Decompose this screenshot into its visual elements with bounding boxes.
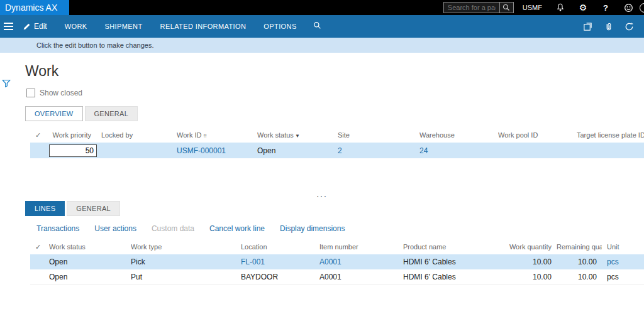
column-header-warehouse[interactable]: Warehouse [419,131,498,139]
column-header-target-license-plate-id[interactable]: Target license plate ID [577,131,644,139]
nav-right-icons [583,22,644,31]
tab-general-header[interactable]: GENERAL [85,106,138,121]
remaining-quantity-cell: 10.00 [557,257,602,266]
edit-label: Edit [34,22,47,31]
smiley-icon [624,3,633,13]
page-title: Work [25,63,644,80]
lines-tab-strip: LINES GENERAL [25,201,644,216]
column-header-site[interactable]: Site [338,131,419,139]
settings-button[interactable]: ⚙ [576,0,590,15]
work-priority-input[interactable] [49,144,97,157]
popout-icon [583,22,592,31]
work-quantity-cell: 10.00 [503,257,557,266]
funnel-icon [2,79,11,88]
attachments-button[interactable] [604,22,613,31]
checkbox-box[interactable] [26,89,35,97]
cut-off-icon [640,3,644,13]
column-header-product-name[interactable]: Product name [403,243,503,251]
cancel-work-line-button[interactable]: Cancel work line [209,224,265,233]
column-header-work-status[interactable]: Work status▼ [257,131,338,139]
tab-lines[interactable]: LINES [25,201,65,216]
table-row[interactable]: USMF-000001 Open 2 24 [30,143,644,158]
paperclip-icon [604,22,613,31]
table-row[interactable]: Open Pick FL-001 A0001 HDMI 6' Cables 10… [30,254,644,269]
location-link[interactable]: FL-001 [241,257,319,266]
column-header-work-id[interactable]: Work ID↑↑ [177,131,257,139]
feedback-button[interactable] [621,0,635,15]
search-input[interactable] [444,3,499,13]
column-header-remaining-quantity[interactable]: Remaining qua... [557,243,602,251]
work-status-cell: Open [49,273,131,281]
work-type-cell: Pick [131,257,241,266]
checkbox-label: Show closed [40,89,82,97]
work-type-cell: Put [131,273,241,281]
filter-pane-toggle[interactable] [2,79,11,90]
column-header-unit[interactable]: Unit [602,243,644,251]
column-header-work-priority[interactable]: Work priority [49,131,96,139]
sort-ascending-icon: ↑↑ [203,133,206,139]
work-status-cell: Open [257,146,338,155]
action-search-button[interactable] [306,21,329,32]
display-dimensions-button[interactable]: Display dimensions [280,224,345,233]
action-pane: Edit WORK SHIPMENT RELATED INFORMATION O… [0,15,644,38]
nav-tab-related-information[interactable]: RELATED INFORMATION [152,15,255,38]
column-header-work-quantity[interactable]: Work quantity [503,243,557,251]
unit-cell: pcs [602,273,644,281]
refresh-button[interactable] [625,22,634,31]
nav-tab-options[interactable]: OPTIONS [255,15,305,38]
column-header-work-pool-id[interactable]: Work pool ID [498,131,577,139]
select-all-check-icon[interactable]: ✓ [30,243,49,251]
search-icon [502,4,510,11]
overview-grid: ✓ Work priority Locked by Work ID↑↑ Work… [0,127,644,158]
work-id-link[interactable]: USMF-000001 [177,146,257,155]
nav-tab-work[interactable]: WORK [56,15,96,38]
warehouse-link[interactable]: 24 [419,146,498,155]
column-label: Work ID [177,131,202,139]
help-button[interactable]: ? [599,0,613,15]
location-cell: BAYDOOR [241,273,319,281]
lines-action-strip: Transactions User actions Custom data Ca… [36,224,644,233]
question-icon: ? [603,3,608,13]
pencil-icon [23,23,31,31]
column-header-item-number[interactable]: Item number [319,243,403,251]
column-header-locked-by[interactable]: Locked by [96,131,177,139]
pane-splitter-handle[interactable]: ... [0,191,644,197]
nav-tab-shipment[interactable]: SHIPMENT [96,15,152,38]
lines-grid-header: ✓ Work status Work type Location Item nu… [30,239,644,254]
show-closed-checkbox[interactable]: Show closed [26,89,644,97]
remaining-quantity-cell: 10.00 [557,273,602,281]
product-name-cell: HDMI 6' Cables [403,273,503,281]
item-number-cell: A0001 [319,273,403,281]
top-app-bar: Dynamics AX USMF ⚙ ? [0,0,644,15]
notification-bar: Click the edit button to make changes. [0,38,644,53]
refresh-icon [625,22,634,31]
filter-applied-icon: ▼ [295,133,300,139]
open-in-new-window-button[interactable] [583,22,592,31]
search-icon [313,21,321,30]
transactions-button[interactable]: Transactions [36,224,79,233]
column-header-work-type[interactable]: Work type [131,243,241,251]
work-status-cell: Open [49,257,131,266]
column-header-work-status[interactable]: Work status [49,243,131,251]
overview-tab-strip: OVERVIEW GENERAL [25,106,644,121]
unit-link[interactable]: pcs [602,257,644,266]
column-header-location[interactable]: Location [241,243,319,251]
select-all-check-icon[interactable]: ✓ [30,131,49,139]
app-brand[interactable]: Dynamics AX [0,0,69,15]
lines-grid: ✓ Work status Work type Location Item nu… [0,239,644,284]
page-content: Work Show closed OVERVIEW GENERAL ✓ Work… [0,63,644,314]
tab-general-lines[interactable]: GENERAL [67,201,120,216]
gear-icon: ⚙ [579,3,587,13]
company-selector[interactable]: USMF [523,4,542,11]
notifications-button[interactable] [553,0,567,15]
search-button[interactable] [499,3,513,13]
column-label: Work status [257,131,294,139]
tab-overview[interactable]: OVERVIEW [25,106,83,121]
edit-button[interactable]: Edit [19,22,56,31]
navigation-menu-button[interactable] [0,15,19,38]
custom-data-button: Custom data [152,224,194,233]
table-row[interactable]: Open Put BAYDOOR A0001 HDMI 6' Cables 10… [30,269,644,284]
site-link[interactable]: 2 [338,146,419,155]
user-actions-button[interactable]: User actions [94,224,136,233]
item-number-link[interactable]: A0001 [319,257,403,266]
